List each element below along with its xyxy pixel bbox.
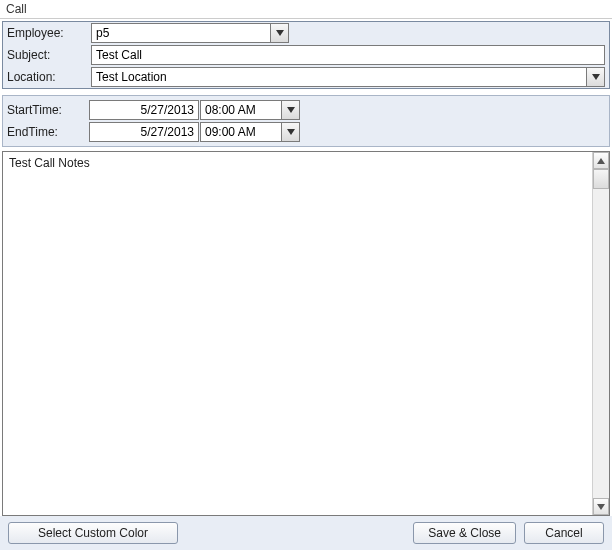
chevron-down-icon bbox=[597, 504, 605, 510]
footer: Select Custom Color Save & Close Cancel bbox=[0, 516, 612, 550]
start-time-label: StartTime: bbox=[7, 103, 87, 117]
employee-select[interactable]: p5 bbox=[91, 23, 289, 43]
end-time-label: EndTime: bbox=[7, 125, 87, 139]
time-fields: StartTime: 5/27/2013 08:00 AM EndTime: 5… bbox=[2, 95, 610, 147]
chevron-down-icon bbox=[276, 30, 284, 36]
scroll-down-button[interactable] bbox=[593, 498, 609, 515]
start-time-value: 08:00 AM bbox=[201, 101, 281, 119]
end-time-select[interactable]: 09:00 AM bbox=[200, 122, 300, 142]
employee-value: p5 bbox=[92, 24, 270, 42]
notes-textarea[interactable]: Test Call Notes bbox=[3, 152, 592, 515]
end-time-dropdown-button[interactable] bbox=[281, 123, 299, 141]
call-dialog: Call Employee: p5 Subject: Test Call Loc… bbox=[0, 0, 612, 550]
employee-label: Employee: bbox=[7, 26, 87, 40]
select-custom-color-button[interactable]: Select Custom Color bbox=[8, 522, 178, 544]
notes-scrollbar[interactable] bbox=[592, 152, 609, 515]
location-label: Location: bbox=[7, 70, 87, 84]
header-fields: Employee: p5 Subject: Test Call Location… bbox=[2, 21, 610, 89]
location-dropdown-button[interactable] bbox=[586, 68, 604, 86]
chevron-down-icon bbox=[592, 74, 600, 80]
subject-input[interactable]: Test Call bbox=[91, 45, 605, 65]
scroll-up-button[interactable] bbox=[593, 152, 609, 169]
notes-area-wrap: Test Call Notes bbox=[2, 151, 610, 516]
start-time-dropdown-button[interactable] bbox=[281, 101, 299, 119]
chevron-up-icon bbox=[597, 158, 605, 164]
location-value: Test Location bbox=[92, 68, 586, 86]
start-date-input[interactable]: 5/27/2013 bbox=[89, 100, 199, 120]
chevron-down-icon bbox=[287, 107, 295, 113]
employee-dropdown-button[interactable] bbox=[270, 24, 288, 42]
scroll-track[interactable] bbox=[593, 169, 609, 498]
location-select[interactable]: Test Location bbox=[91, 67, 605, 87]
window-title: Call bbox=[0, 0, 612, 19]
end-time-value: 09:00 AM bbox=[201, 123, 281, 141]
subject-label: Subject: bbox=[7, 48, 87, 62]
start-time-select[interactable]: 08:00 AM bbox=[200, 100, 300, 120]
chevron-down-icon bbox=[287, 129, 295, 135]
scroll-thumb[interactable] bbox=[593, 169, 609, 189]
end-date-input[interactable]: 5/27/2013 bbox=[89, 122, 199, 142]
cancel-button[interactable]: Cancel bbox=[524, 522, 604, 544]
save-close-button[interactable]: Save & Close bbox=[413, 522, 516, 544]
